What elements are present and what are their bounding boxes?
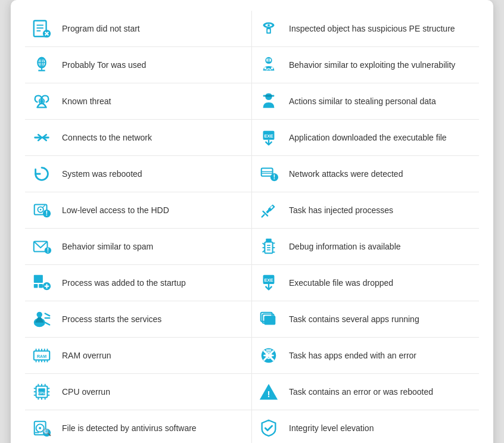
antivirus-icon: 🔍	[30, 416, 54, 440]
svg-text:RAM: RAM	[37, 354, 46, 359]
apps-error-label: Task has apps ended with an error	[289, 351, 416, 360]
svg-rect-64	[34, 275, 43, 283]
list-item: Task has apps ended with an error	[252, 338, 479, 374]
cpu-icon: CPU	[30, 380, 54, 404]
network-icon	[30, 126, 54, 149]
ram-icon: RAM	[30, 344, 54, 367]
svg-rect-27	[265, 95, 272, 97]
svg-text:EXE: EXE	[264, 133, 273, 139]
list-item: CPU CPU overrun	[25, 374, 252, 410]
list-item: Process starts the services	[25, 301, 252, 338]
svg-point-21	[264, 67, 266, 70]
svg-rect-29	[272, 95, 275, 97]
list-item: ! Network attacks were detected	[252, 156, 479, 192]
known-threat-label: Known threat	[62, 96, 111, 106]
several-apps-label: Task contains several apps running	[289, 314, 419, 324]
integrity-label: Integrity level elevation	[289, 423, 374, 433]
svg-point-42	[40, 209, 42, 211]
apps-icon	[257, 307, 281, 331]
svg-line-48	[262, 215, 265, 217]
list-item: Known threat	[25, 83, 252, 120]
reboot-icon	[30, 162, 54, 186]
services-label: Process starts the services	[62, 314, 161, 324]
startup-label: Process was added to the startup	[62, 278, 186, 288]
list-item: Program did not start	[25, 11, 252, 47]
svg-rect-18	[266, 59, 271, 62]
svg-rect-66	[39, 284, 43, 288]
list-item: ! Task contains an error or was rebooted	[252, 374, 479, 410]
svg-rect-65	[34, 284, 38, 288]
svg-point-75	[37, 312, 42, 317]
spam-label: Behavior similar to spam	[62, 242, 153, 251]
svg-text:!: !	[47, 247, 49, 254]
list-item: ! Behavior similar to spam	[25, 229, 252, 265]
inject-label: Task has injected processes	[289, 205, 393, 215]
svg-line-43	[43, 205, 45, 208]
tor-label: Probably Tor was used	[62, 60, 146, 70]
startup-icon	[30, 271, 54, 295]
list-item: Process was added to the startup	[25, 265, 252, 301]
list-item: Inspected object has suspicious PE struc…	[252, 11, 479, 47]
tor-icon	[30, 53, 54, 77]
svg-rect-35	[262, 169, 273, 176]
hdd-label: Low-level access to the HDD	[62, 205, 169, 215]
antivirus-label: File is detected by antivirus software	[62, 423, 197, 433]
integrity-icon	[257, 416, 281, 440]
svg-text:!: !	[267, 389, 270, 399]
download-exe-icon: EXE	[257, 126, 281, 149]
ram-label: RAM overrun	[62, 351, 111, 360]
suspicious-pe-icon	[257, 17, 281, 40]
program-not-start-label: Program did not start	[62, 24, 140, 33]
network-attack-label: Network attacks were detected	[289, 169, 403, 179]
list-item: EXE Executable file was dropped	[252, 265, 479, 301]
list-item: RAM RAM overrun	[25, 338, 252, 374]
list-item: 🔍 File is detected by antivirus software	[25, 410, 252, 443]
list-item: ! Low-level access to the HDD	[25, 192, 252, 229]
network-attack-icon: !	[257, 162, 281, 186]
svg-rect-81	[264, 316, 275, 325]
svg-rect-11	[267, 29, 270, 33]
exe-drop-label: Executable file was dropped	[289, 278, 393, 288]
biohazard-icon	[30, 89, 54, 113]
spy-icon	[257, 89, 281, 113]
svg-text:EXE: EXE	[264, 277, 273, 283]
hdd-icon: !	[30, 198, 54, 222]
cpu-label: CPU overrun	[62, 387, 110, 397]
list-item: EXE Application downloaded the executabl…	[252, 120, 479, 156]
svg-line-76	[45, 314, 50, 316]
download-exe-label: Application downloaded the executable fi…	[289, 133, 447, 142]
list-item: System was rebooted	[25, 156, 252, 192]
svg-rect-28	[263, 95, 266, 97]
exe-drop-icon: EXE	[257, 271, 281, 295]
svg-text:!: !	[46, 210, 48, 217]
list-item: Behavior similar to exploiting the vulne…	[252, 47, 479, 83]
spam-icon: !	[30, 235, 54, 258]
svg-point-122	[39, 427, 41, 429]
list-item: Integrity level elevation	[252, 410, 479, 443]
main-card: Program did not start Inspected object h…	[11, 0, 493, 443]
list-item: Debug information is available	[252, 229, 479, 265]
list-item: Probably Tor was used	[25, 47, 252, 83]
list-item: Connects to the network	[25, 120, 252, 156]
svg-point-22	[271, 67, 273, 70]
items-grid: Program did not start Inspected object h…	[25, 11, 479, 443]
error-reboot-icon: !	[257, 380, 281, 404]
program-not-start-icon	[30, 17, 54, 40]
apps-error-icon	[257, 344, 281, 367]
exploit-label: Behavior similar to exploiting the vulne…	[289, 60, 455, 70]
list-item: Actions similar to stealing personal dat…	[252, 83, 479, 120]
network-label: Connects to the network	[62, 133, 152, 142]
list-item: Task contains several apps running	[252, 301, 479, 338]
services-icon	[30, 307, 54, 331]
svg-line-78	[45, 323, 50, 325]
list-item: Task has injected processes	[252, 192, 479, 229]
debug-label: Debug information is available	[289, 242, 401, 251]
exploit-icon	[257, 53, 281, 77]
svg-point-9	[267, 24, 270, 26]
svg-text:🔍: 🔍	[43, 428, 52, 436]
error-reboot-label: Task contains an error or was rebooted	[289, 387, 433, 397]
steal-data-label: Actions similar to stealing personal dat…	[289, 96, 436, 106]
inject-icon	[257, 198, 281, 222]
suspicious-pe-label: Inspected object has suspicious PE struc…	[289, 24, 455, 33]
svg-text:CPU: CPU	[38, 391, 45, 395]
